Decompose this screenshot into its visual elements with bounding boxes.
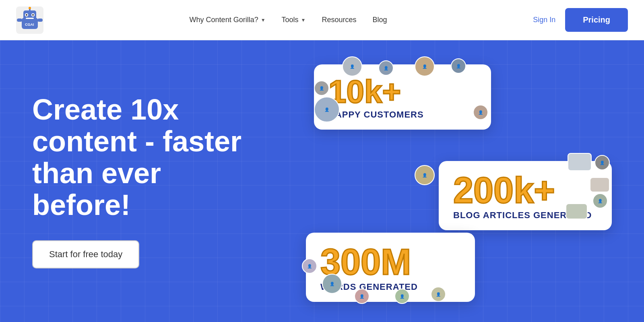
logo-icon: CGAI [16, 6, 43, 34]
chevron-down-icon: ▼ [261, 17, 266, 23]
pricing-button[interactable]: Pricing [565, 8, 628, 32]
hero-left: Create 10x content - faster than ever be… [32, 94, 266, 269]
svg-point-9 [29, 7, 31, 9]
avatar: 👤 [431, 287, 446, 302]
nav-why[interactable]: Why Content Gorilla? ▼ [190, 16, 266, 24]
avatar: 👤 [415, 165, 435, 185]
svg-rect-7 [26, 18, 34, 19]
thumbnail [568, 153, 592, 171]
avatar: 👤 [314, 97, 340, 122]
sign-in-link[interactable]: Sign In [533, 16, 555, 24]
avatar: 👤 [394, 289, 410, 304]
start-free-button[interactable]: Start for free today [32, 240, 139, 268]
nav-blog[interactable]: Blog [373, 16, 387, 24]
avatar: 👤 [354, 289, 369, 304]
svg-text:CGAI: CGAI [25, 23, 34, 27]
avatar: 👤 [322, 274, 342, 294]
chevron-down-icon: ▼ [301, 17, 306, 23]
svg-point-5 [26, 14, 27, 16]
stat-card-articles: 200k+ BLOG ARTICLES GENERATED [439, 161, 612, 230]
logo[interactable]: CGAI [16, 6, 43, 34]
avatar: 👤 [302, 258, 317, 274]
stat-label-customers: HAPPY CUSTOMERS [328, 109, 477, 120]
hero-headline: Create 10x content - faster than ever be… [32, 94, 266, 221]
svg-rect-10 [17, 19, 22, 22]
avatar: 👤 [451, 58, 466, 74]
nav-tools[interactable]: Tools ▼ [282, 16, 306, 24]
svg-rect-11 [37, 19, 43, 22]
svg-point-6 [32, 14, 34, 16]
stat-number-words: 300M [320, 244, 460, 280]
thumbnail [566, 203, 588, 219]
avatar: 👤 [314, 80, 329, 96]
avatar: 👤 [415, 56, 435, 76]
hero-section: Create 10x content - faster than ever be… [0, 40, 644, 322]
thumbnail [590, 177, 610, 192]
navbar: CGAI Why Content Gorilla? ▼ Tools ▼ Reso… [0, 0, 644, 40]
avatar: 👤 [473, 105, 488, 120]
avatar: 👤 [592, 193, 608, 208]
avatar: 👤 [594, 155, 610, 170]
avatar: 👤 [378, 60, 394, 76]
stat-number-customers: 10k+ [328, 76, 477, 108]
avatar: 👤 [342, 56, 362, 76]
nav-links: Why Content Gorilla? ▼ Tools ▼ Resources… [190, 16, 387, 24]
nav-right: Sign In Pricing [533, 8, 628, 32]
stat-card-customers: 10k+ HAPPY CUSTOMERS [314, 64, 491, 130]
hero-stats: 10k+ HAPPY CUSTOMERS 200k+ BLOG ARTICLES… [290, 56, 612, 306]
nav-resources[interactable]: Resources [322, 16, 356, 24]
